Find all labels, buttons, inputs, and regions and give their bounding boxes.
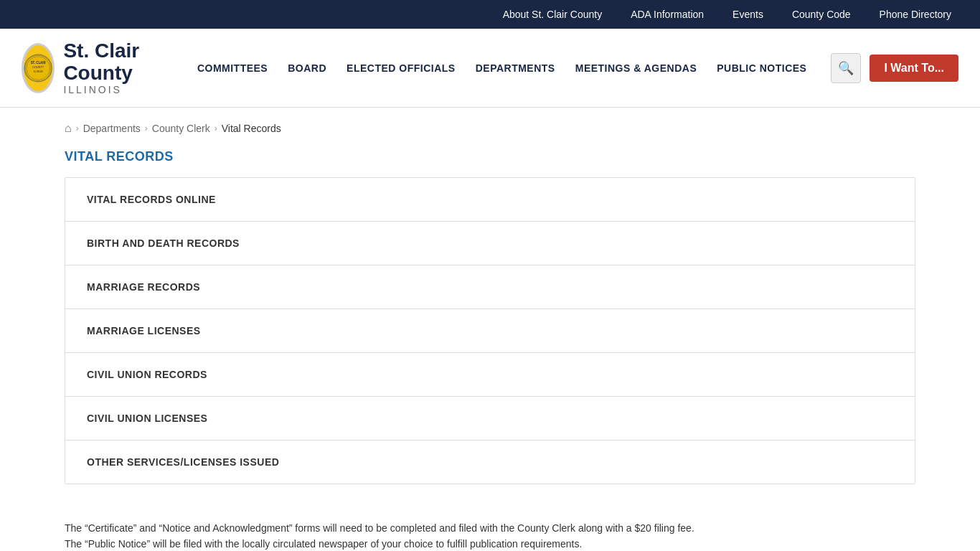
topbar-county-code[interactable]: County Code <box>792 9 851 20</box>
i-want-button[interactable]: I Want To... <box>870 55 958 82</box>
search-button[interactable]: 🔍 <box>831 53 861 83</box>
top-bar: About St. Clair County ADA Information E… <box>0 0 980 29</box>
topbar-ada[interactable]: ADA Information <box>631 9 704 20</box>
accordion-label-marriage-records: MARRIAGE RECORDS <box>65 265 915 309</box>
accordion-label-civil-union-licenses: CIVIL UNION LICENSES <box>65 397 915 440</box>
accordion-label-other-services: OTHER SERVICES/LICENSES ISSUED <box>65 441 915 484</box>
logo-text: St. Clair County ILLINOIS <box>63 40 159 96</box>
breadcrumb-sep-2: › <box>145 123 148 133</box>
breadcrumb-departments[interactable]: Departments <box>83 123 141 134</box>
breadcrumb-current: Vital Records <box>222 123 281 134</box>
nav-board[interactable]: BOARD <box>278 57 336 80</box>
topbar-events[interactable]: Events <box>732 9 763 20</box>
accordion-item-other-services[interactable]: OTHER SERVICES/LICENSES ISSUED <box>65 441 915 484</box>
accordion-item-vital-records-online[interactable]: VITAL RECORDS ONLINE <box>65 178 915 222</box>
svg-text:ILLINOIS: ILLINOIS <box>34 70 43 73</box>
svg-text:ST. CLAIR: ST. CLAIR <box>31 60 47 64</box>
nav-elected-officials[interactable]: ELECTED OFFICIALS <box>336 57 466 80</box>
topbar-phone-directory[interactable]: Phone Directory <box>880 9 951 20</box>
accordion-label-vital-records-online: VITAL RECORDS ONLINE <box>65 178 915 221</box>
nav-public-notices[interactable]: PUBLIC NOTICES <box>707 57 816 80</box>
breadcrumb-county-clerk[interactable]: County Clerk <box>152 123 210 134</box>
site-logo[interactable]: ST. CLAIR COUNTY ILLINOIS St. Clair Coun… <box>22 40 159 96</box>
footer-note-line-1: The “Certificate” and “Notice and Acknow… <box>65 520 915 536</box>
search-icon: 🔍 <box>838 60 854 76</box>
site-header: ST. CLAIR COUNTY ILLINOIS St. Clair Coun… <box>0 29 980 108</box>
accordion-label-civil-union-records: CIVIL UNION RECORDS <box>65 353 915 396</box>
nav-committees[interactable]: COMMITTEES <box>187 57 278 80</box>
accordion-item-civil-union-licenses[interactable]: CIVIL UNION LICENSES <box>65 397 915 441</box>
nav-meetings-agendas[interactable]: MEETINGS & AGENDAS <box>565 57 707 80</box>
footer-note-line-2: The “Public Notice” will be filed with t… <box>65 536 915 551</box>
accordion-item-birth-death[interactable]: BIRTH AND DEATH RECORDS <box>65 222 915 265</box>
page-title: VITAL RECORDS <box>65 149 915 164</box>
topbar-about[interactable]: About St. Clair County <box>503 9 603 20</box>
accordion-item-marriage-records[interactable]: MARRIAGE RECORDS <box>65 265 915 309</box>
home-icon: ⌂ <box>65 122 72 134</box>
accordion-item-marriage-licenses[interactable]: MARRIAGE LICENSES <box>65 309 915 353</box>
footer-note: The “Certificate” and “Notice and Acknow… <box>0 506 980 551</box>
logo-county-name: St. Clair County <box>63 40 159 85</box>
breadcrumb: ⌂ › Departments › County Clerk › Vital R… <box>0 108 980 142</box>
content-area: VITAL RECORDS VITAL RECORDS ONLINE BIRTH… <box>0 142 980 506</box>
accordion-label-marriage-licenses: MARRIAGE LICENSES <box>65 309 915 352</box>
header-actions: 🔍 I Want To... <box>831 53 958 83</box>
nav-departments[interactable]: DEPARTMENTS <box>466 57 565 80</box>
accordion-item-civil-union-records[interactable]: CIVIL UNION RECORDS <box>65 353 915 397</box>
breadcrumb-sep-1: › <box>76 123 79 133</box>
logo-state-name: ILLINOIS <box>63 84 159 95</box>
breadcrumb-sep-3: › <box>215 123 217 133</box>
breadcrumb-home[interactable]: ⌂ <box>65 122 72 135</box>
svg-text:COUNTY: COUNTY <box>32 66 44 69</box>
main-nav: COMMITTEES BOARD ELECTED OFFICIALS DEPAR… <box>187 57 817 80</box>
logo-emblem: ST. CLAIR COUNTY ILLINOIS <box>22 43 55 93</box>
vital-records-accordion: VITAL RECORDS ONLINE BIRTH AND DEATH REC… <box>65 177 915 484</box>
accordion-label-birth-death: BIRTH AND DEATH RECORDS <box>65 222 915 265</box>
